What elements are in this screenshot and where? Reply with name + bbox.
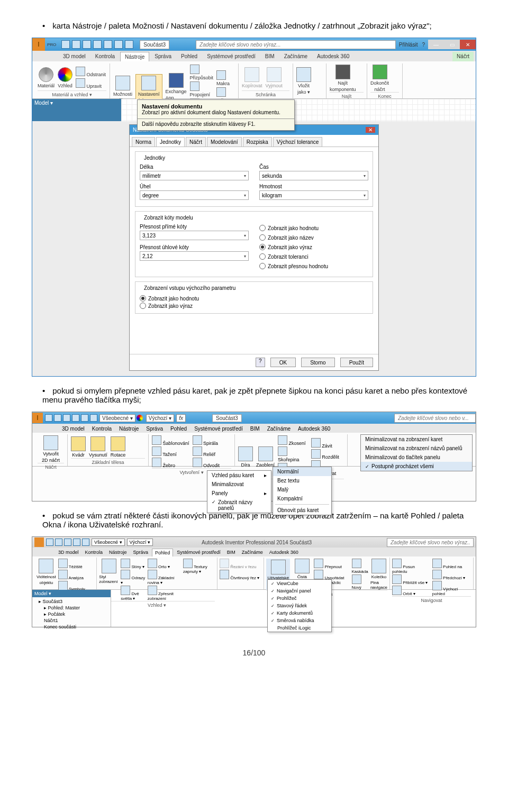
document-title: Součást3 [140, 40, 169, 49]
ribbon-tabs[interactable]: 3D modelKontrolaNástroje SprávaPohledSys… [32, 424, 476, 433]
ribbon-tabs[interactable]: 3D modelKontrolaNástroje SprávaPohledSys… [32, 548, 476, 556]
remove-button[interactable]: Odstranit [76, 67, 106, 77]
radio-input-expression[interactable]: Zobrazit jako výraz [140, 303, 368, 309]
tooltip: Nastavení dokumentu Zobrazí pro aktivní … [137, 99, 295, 131]
radio-exact[interactable]: Zobrazit přesnou hodnotu [259, 263, 368, 269]
screenshot-ribbon-dialog: I PRO Součást3 Přihlásit ? — ▭ ✕ 3D mode… [32, 38, 476, 377]
model-browser[interactable]: Model ▾ ▸ Součást3 ▸ Pohled: Master ▸ Po… [32, 590, 111, 627]
appearance-button[interactable]: Vzhled [58, 67, 72, 88]
color-icon [137, 415, 143, 421]
ok-button[interactable]: OK [270, 358, 296, 367]
app-logo: I [32, 38, 45, 51]
quick-access-toolbar[interactable] [45, 414, 97, 422]
radio-value[interactable]: Zobrazit jako hodnotu [259, 225, 368, 231]
paste-button[interactable]: Vložitjako ▾ [296, 67, 311, 95]
copy-button[interactable]: Kopírovat [242, 67, 262, 88]
search-input[interactable] [394, 414, 476, 423]
app-logo [34, 537, 44, 547]
qat-combo-1[interactable]: Všeobecné ▾ [99, 414, 135, 422]
user-buttons[interactable]: Přihlásit ? [399, 42, 425, 48]
length-combo[interactable]: milimetr [140, 171, 249, 180]
dialog-help-button[interactable]: ? [256, 358, 265, 367]
bullet-3: pokud se vám ztratí některé části ikonov… [42, 511, 476, 529]
document-title: Součást3 [212, 414, 242, 422]
search-input[interactable] [387, 538, 474, 547]
angular-precision-combo[interactable]: 2,12 [140, 251, 249, 261]
app-title: Autodesk Inventor Professional 2014 Souč… [153, 540, 360, 545]
qat-combo-2[interactable]: Výchozí ▾ [146, 414, 174, 422]
close-button[interactable]: ✕ [460, 40, 476, 49]
page-number: 16/100 [32, 649, 476, 657]
ribbon: Viditelnostobjektu Těžiště Analýza Symbo… [32, 556, 476, 590]
fx-button[interactable]: fx [176, 414, 186, 422]
cancel-button[interactable]: Storno [301, 358, 334, 367]
ribbon: Materiál Vzhled Odstranit Upravit Materi… [32, 61, 476, 99]
dialog-tabs[interactable]: Norma Jednotky Náčrt Modelování Rozpiska… [130, 135, 378, 147]
find-component-button[interactable]: Najítkomponentu [330, 65, 356, 92]
create-2d-sketch-button[interactable]: Vytvořit2D náčrt [38, 435, 64, 463]
help-icon: ? [422, 42, 425, 48]
quick-access-toolbar[interactable] [61, 40, 133, 49]
linear-precision-combo[interactable]: 3,123 [140, 231, 249, 240]
sub-menu[interactable]: Normální Bez textu Malý Kompaktní Obnovi… [273, 467, 332, 515]
pro-badge: PRO [47, 42, 56, 47]
app-logo: I [32, 413, 43, 423]
bullet-1: karta Nástroje / paleta Možnosti / Nasta… [42, 21, 476, 30]
ribbon-appearance-menu[interactable]: Minimalizovat na zobrazení karet Minimal… [360, 434, 473, 471]
bullet-2: pokud si omylem přepnete vzhled pásu kar… [42, 386, 476, 404]
ui-dropdown-menu[interactable]: ViewCube Navigační panel Prohlížeč Stavo… [267, 579, 332, 632]
search-input[interactable] [196, 40, 396, 49]
browser-header[interactable]: Model ▾ [32, 99, 121, 121]
material-button[interactable]: Materiál [38, 67, 55, 88]
dialog-close-button[interactable]: ✕ [366, 127, 375, 133]
radio-expression[interactable]: Zobrazit jako výraz [259, 244, 368, 250]
screenshot-view-ribbon: Všeobecné ▾ Výchozí ▾ Autodesk Inventor … [32, 536, 476, 627]
ribbon-tabs[interactable]: 3D model Kontrola Nástroje Správa Pohled… [32, 51, 476, 61]
context-menu[interactable]: Vzhled pásu karet▸ Minimalizovat Panely▸… [207, 470, 271, 513]
apply-button[interactable]: Použít [340, 358, 373, 367]
cut-button[interactable]: Vyjmout [266, 67, 283, 88]
edit-button[interactable]: Upravit [76, 78, 106, 89]
screenshot-ribbon-context: I Všeobecné ▾ Výchozí ▾ fx Součást3 3D m… [32, 412, 476, 501]
radio-input-value[interactable]: Zobrazit jako hodnotu [140, 295, 368, 302]
mass-combo[interactable]: kilogram [259, 190, 368, 200]
time-combo[interactable]: sekunda [259, 171, 368, 180]
maximize-button[interactable]: ▭ [444, 40, 460, 49]
signin-button: Přihlásit [399, 42, 418, 48]
angle-combo[interactable]: degree [140, 190, 249, 200]
radio-name[interactable]: Zobrazit jako název [259, 234, 368, 241]
radio-tolerance[interactable]: Zobrazit toleranci [259, 253, 368, 260]
minimize-button[interactable]: — [428, 40, 444, 49]
document-settings-dialog: Nastavení dokumentu Součást3 ✕ Norma Jed… [129, 124, 379, 371]
finish-sketch-button[interactable]: Dokončitnáčrt [370, 65, 389, 92]
